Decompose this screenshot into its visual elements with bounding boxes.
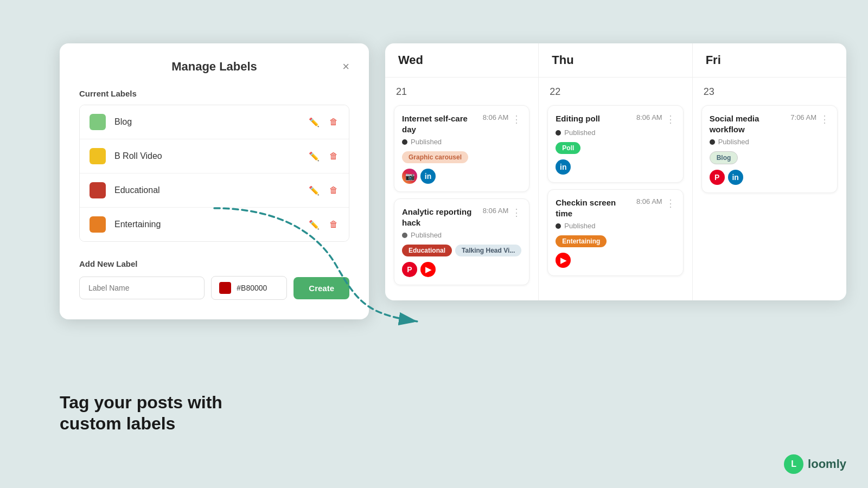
- calendar-header: Wed Thu Fri: [385, 43, 846, 78]
- modal-title: Manage Labels: [171, 60, 257, 74]
- post-card-analytic[interactable]: Analytic reporting hack 8:06 AM ⋮ Publis…: [394, 198, 529, 285]
- bottom-text-line1: Tag your posts with: [60, 392, 222, 413]
- youtube-icon-2: ▶: [556, 253, 571, 268]
- color-swatch: [219, 282, 231, 294]
- pinterest-icon-2: P: [710, 170, 725, 185]
- post-time-internet: 8:06 AM: [483, 113, 509, 121]
- post-icons-internet: 📷 in: [402, 169, 521, 184]
- post-card-header-social: Social media workflow 7:06 AM ⋮: [710, 113, 829, 134]
- post-menu-editing[interactable]: ⋮: [666, 113, 675, 125]
- post-card-header-checkin: Checkin screen time 8:06 AM ⋮: [556, 197, 675, 219]
- post-menu-analytic[interactable]: ⋮: [512, 207, 521, 219]
- post-status-text-checkin: Published: [564, 222, 595, 230]
- label-row-broll: B Roll Video ✏️ 🗑: [80, 139, 349, 174]
- post-status-text-analytic: Published: [411, 231, 442, 239]
- post-tags-internet: Graphic carousel: [402, 151, 521, 163]
- label-name-input[interactable]: [79, 277, 205, 299]
- label-actions-entertaining: ✏️ 🗑: [308, 219, 339, 231]
- post-card-checkin[interactable]: Checkin screen time 8:06 AM ⋮ Published …: [547, 189, 683, 276]
- youtube-icon: ▶: [420, 262, 436, 277]
- color-hex-value: #B80000: [237, 284, 267, 292]
- post-title-social: Social media workflow: [710, 113, 787, 134]
- status-dot-internet: [402, 139, 407, 145]
- post-title-editing: Editing poll: [556, 113, 632, 124]
- tag-blog: Blog: [710, 151, 738, 164]
- label-actions-educational: ✏️ 🗑: [308, 184, 339, 197]
- label-row-entertaining: Entertaining ✏️ 🗑: [80, 208, 349, 241]
- post-tags-editing: Poll: [556, 142, 675, 154]
- post-menu-social[interactable]: ⋮: [820, 113, 829, 125]
- close-button[interactable]: ×: [342, 60, 349, 74]
- day-header-wed: Wed: [385, 43, 539, 77]
- edit-blog-button[interactable]: ✏️: [308, 116, 321, 129]
- post-title-analytic: Analytic reporting hack: [402, 207, 478, 228]
- edit-entertaining-button[interactable]: ✏️: [308, 219, 321, 231]
- label-actions-blog: ✏️ 🗑: [308, 116, 339, 129]
- post-card-internet[interactable]: Internet self-care day 8:06 AM ⋮ Publish…: [394, 105, 529, 192]
- cal-col-thu: 22 Editing poll 8:06 AM ⋮ Published Poll…: [539, 78, 692, 300]
- linkedin-icon: in: [420, 169, 436, 184]
- post-icons-social: P in: [710, 170, 829, 185]
- create-label-button[interactable]: Create: [293, 277, 349, 299]
- add-label-row: #B80000 Create: [79, 276, 349, 300]
- label-color-educational: [90, 182, 106, 198]
- post-status-editing: Published: [556, 129, 675, 137]
- post-time-checkin: 8:06 AM: [636, 197, 662, 206]
- post-card-header-internet: Internet self-care day 8:06 AM ⋮: [402, 113, 521, 134]
- post-menu-internet[interactable]: ⋮: [512, 113, 521, 125]
- delete-educational-button[interactable]: 🗑: [328, 184, 339, 196]
- loomly-icon: L: [784, 454, 803, 474]
- post-icons-editing: in: [556, 159, 675, 175]
- status-dot-analytic: [402, 233, 407, 238]
- cal-date-fri: 23: [701, 86, 838, 98]
- day-header-thu: Thu: [539, 43, 692, 77]
- calendar-body: 21 Internet self-care day 8:06 AM ⋮ Publ…: [385, 78, 846, 300]
- post-time-analytic: 8:06 AM: [483, 207, 509, 215]
- manage-labels-modal: Manage Labels × Current Labels Blog ✏️ 🗑…: [60, 43, 369, 319]
- label-name-blog: Blog: [114, 117, 308, 127]
- cal-date-thu: 22: [547, 86, 683, 98]
- status-dot-social: [710, 139, 715, 145]
- delete-blog-button[interactable]: 🗑: [328, 116, 339, 128]
- delete-entertaining-button[interactable]: 🗑: [328, 219, 339, 230]
- post-card-header-analytic: Analytic reporting hack 8:06 AM ⋮: [402, 207, 521, 228]
- edit-broll-button[interactable]: ✏️: [308, 150, 321, 163]
- label-row-educational: Educational ✏️ 🗑: [80, 174, 349, 208]
- post-icons-checkin: ▶: [556, 253, 675, 268]
- post-status-analytic: Published: [402, 231, 521, 239]
- color-input-box[interactable]: #B80000: [211, 276, 287, 300]
- label-color-entertaining: [90, 216, 106, 233]
- linkedin-icon-3: in: [728, 170, 743, 185]
- bottom-text-line2: custom labels: [60, 413, 222, 434]
- post-time-editing: 8:06 AM: [636, 113, 662, 121]
- instagram-icon: 📷: [402, 169, 417, 184]
- post-card-editing[interactable]: Editing poll 8:06 AM ⋮ Published Poll in: [547, 105, 683, 183]
- cal-date-wed: 21: [394, 86, 529, 98]
- label-name-broll: B Roll Video: [114, 151, 308, 161]
- tag-entertaining: Entertaining: [556, 235, 607, 247]
- post-tags-social: Blog: [710, 151, 829, 164]
- post-menu-checkin[interactable]: ⋮: [666, 197, 675, 209]
- tag-talking-head: Talking Head Vi...: [455, 245, 521, 256]
- tag-poll: Poll: [556, 142, 580, 154]
- post-status-checkin: Published: [556, 222, 675, 230]
- post-icons-analytic: P ▶: [402, 262, 521, 277]
- label-row-blog: Blog ✏️ 🗑: [80, 105, 349, 139]
- cal-col-wed: 21 Internet self-care day 8:06 AM ⋮ Publ…: [385, 78, 539, 300]
- day-header-fri: Fri: [693, 43, 846, 77]
- labels-list: Blog ✏️ 🗑 B Roll Video ✏️ 🗑 Educational …: [79, 105, 349, 242]
- tag-graphic-carousel: Graphic carousel: [402, 151, 468, 163]
- post-status-social: Published: [710, 138, 829, 146]
- edit-educational-button[interactable]: ✏️: [308, 184, 321, 197]
- bottom-text: Tag your posts with custom labels: [60, 392, 222, 434]
- label-actions-broll: ✏️ 🗑: [308, 150, 339, 163]
- post-tags-checkin: Entertaining: [556, 235, 675, 247]
- cal-col-fri: 23 Social media workflow 7:06 AM ⋮ Publi…: [693, 78, 846, 300]
- label-name-entertaining: Entertaining: [114, 220, 308, 229]
- add-label-heading: Add New Label: [79, 259, 349, 268]
- post-card-header-editing: Editing poll 8:06 AM ⋮: [556, 113, 675, 125]
- post-tags-analytic: Educational Talking Head Vi...: [402, 245, 521, 256]
- post-status-text-social: Published: [718, 138, 749, 146]
- delete-broll-button[interactable]: 🗑: [328, 150, 339, 162]
- post-card-social[interactable]: Social media workflow 7:06 AM ⋮ Publishe…: [701, 105, 838, 193]
